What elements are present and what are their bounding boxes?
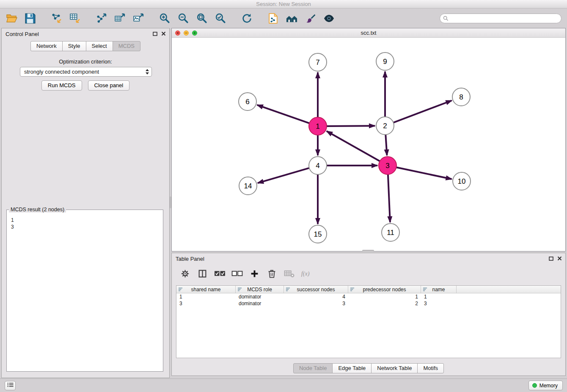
graph-edge-2-8[interactable] [394,101,452,123]
control-panel-tab-style[interactable]: Style [62,41,86,51]
table-cell[interactable]: 3 [176,300,236,307]
graph-node-14[interactable]: 14 [239,177,257,195]
close-table-panel-icon[interactable] [557,256,562,261]
export-image-button[interactable] [130,11,146,25]
column-attribute-icon [178,287,183,292]
table-tab-node-table[interactable]: Node Table [293,363,333,373]
zoom-window-icon[interactable] [192,30,197,36]
vertical-splitter-handle[interactable] [170,196,171,208]
graph-node-11[interactable]: 11 [382,224,399,241]
mcds-result-item[interactable]: 3 [8,224,162,230]
table-cell[interactable]: dominator [236,300,284,307]
function-builder-button[interactable]: f(x) [301,268,312,279]
graph-edge-3-1[interactable] [327,131,380,161]
minimize-window-icon[interactable] [184,30,189,36]
table-cell[interactable]: 3 [421,300,457,307]
column-header-name[interactable]: name [421,286,457,293]
table-tab-edge-table[interactable]: Edge Table [332,363,372,373]
graph-node-15[interactable]: 15 [309,225,327,243]
memory-button[interactable]: Memory [528,381,563,390]
import-table-from-file-button[interactable] [67,11,83,25]
graph-edge-2-3[interactable] [385,135,387,155]
table-tabs: Node TableEdge TableNetwork TableMotifs [172,363,565,373]
column-header-successor-nodes[interactable]: successor nodes [284,286,348,293]
table-row[interactable]: 1dominator411 [176,293,561,300]
export-network-icon [96,13,107,24]
function-builder-icon: f(x) [301,269,312,278]
table-cell[interactable]: 3 [284,300,348,307]
apply-style-button[interactable] [302,11,318,25]
run-mcds-button[interactable]: Run MCDS [41,80,82,91]
table-header-row: shared nameMCDS rolesuccessor nodesprede… [176,286,561,293]
apply-layout-button[interactable] [239,11,255,25]
table-cell[interactable]: dominator [236,293,284,300]
table-tab-motifs[interactable]: Motifs [417,363,444,373]
zoom-fit-button[interactable] [194,11,210,25]
save-session-button[interactable] [22,11,38,25]
graph-edge-4-14[interactable] [258,168,309,183]
control-panel-tab-mcds[interactable]: MCDS [113,41,140,51]
graph-edge-1-6[interactable] [257,105,310,123]
select-all-button[interactable] [214,268,226,279]
table-cell[interactable]: 1 [421,293,457,300]
column-header-mcds-role[interactable]: MCDS role [236,286,284,293]
delete-columns-button[interactable] [266,268,278,279]
zoom-selected-button[interactable] [212,11,228,25]
graph-edge-1-2[interactable] [327,126,375,126]
mcds-result-list: 13 [8,217,162,370]
show-graphics-details-button[interactable] [321,11,337,25]
svg-text:7: 7 [316,58,319,66]
graph-node-1[interactable]: 1 [309,117,327,135]
horizontal-splitter-handle[interactable] [362,250,374,251]
float-table-panel-icon[interactable] [549,256,553,261]
show-columns-button[interactable] [197,268,208,279]
task-history-button[interactable] [5,381,16,390]
graph-node-2[interactable]: 2 [376,117,394,135]
export-table-button[interactable] [112,11,128,25]
graph-node-7[interactable]: 7 [309,53,327,71]
optimization-criterion-select[interactable]: strongly connected component [20,67,152,77]
column-attribute-icon [423,287,427,292]
mcds-result-item[interactable]: 1 [8,217,162,224]
graph-edge-3-10[interactable] [396,167,452,179]
graph-node-4[interactable]: 4 [309,157,327,174]
graph-node-3[interactable]: 3 [379,157,396,174]
column-header-shared-name[interactable]: shared name [176,286,236,293]
table-cell[interactable]: 1 [348,293,421,300]
zoom-out-button[interactable] [175,11,191,25]
close-window-icon[interactable] [175,30,180,36]
apply-style-icon [305,13,316,24]
table-cell[interactable]: 1 [176,293,236,300]
import-network-from-file-button[interactable] [48,11,64,25]
export-network-button[interactable] [93,11,109,25]
graph-node-9[interactable]: 9 [376,52,394,70]
memory-status-icon [532,383,537,388]
import-style-button[interactable] [265,11,281,25]
delete-table-button[interactable] [284,268,295,279]
close-panel-button[interactable]: Close panel [88,80,130,91]
deselect-all-button[interactable] [231,268,243,279]
import-style-icon [267,13,279,24]
graph-edge-3-11[interactable] [388,174,390,222]
table-cell[interactable]: 4 [284,293,348,300]
float-panel-icon[interactable] [153,31,157,36]
search-input[interactable] [450,15,561,22]
table-settings-button[interactable] [179,268,191,279]
table-cell[interactable]: 2 [348,300,421,307]
table-tab-network-table[interactable]: Network Table [371,363,418,373]
network-canvas[interactable]: 7968124314101511 [172,38,565,251]
table-row[interactable]: 3dominator323 [176,300,561,307]
graph-node-6[interactable]: 6 [239,93,256,110]
zoom-in-button[interactable] [157,11,173,25]
select-stepper-icon [146,69,149,75]
close-panel-icon[interactable] [161,31,166,36]
graph-node-10[interactable]: 10 [453,172,471,190]
control-panel-tab-select[interactable]: Select [86,41,113,51]
network-overview-button[interactable] [284,11,300,25]
open-session-button[interactable] [3,11,19,25]
memory-button-label: Memory [539,383,558,389]
control-panel-tab-network[interactable]: Network [30,41,63,51]
add-column-button[interactable] [249,268,260,279]
graph-node-8[interactable]: 8 [452,88,470,106]
column-header-predecessor-nodes[interactable]: predecessor nodes [348,286,421,293]
